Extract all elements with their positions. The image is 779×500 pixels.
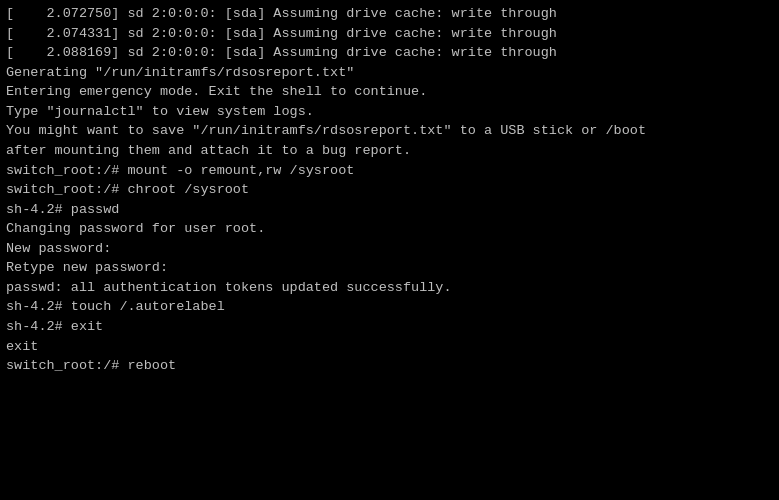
terminal-line: after mounting them and attach it to a b… xyxy=(6,141,773,161)
terminal-line: passwd: all authentication tokens update… xyxy=(6,278,773,298)
terminal-line: switch_root:/# mount -o remount,rw /sysr… xyxy=(6,161,773,181)
terminal-line: [ 2.074331] sd 2:0:0:0: [sda] Assuming d… xyxy=(6,24,773,44)
terminal-line: You might want to save "/run/initramfs/r… xyxy=(6,121,773,141)
terminal-line: sh-4.2# exit xyxy=(6,317,773,337)
terminal-line: [ 2.088169] sd 2:0:0:0: [sda] Assuming d… xyxy=(6,43,773,63)
terminal-line: New password: xyxy=(6,239,773,259)
terminal-line: Type "journalctl" to view system logs. xyxy=(6,102,773,122)
terminal-window: [ 2.072750] sd 2:0:0:0: [sda] Assuming d… xyxy=(0,0,779,500)
terminal-line: [ 2.072750] sd 2:0:0:0: [sda] Assuming d… xyxy=(6,4,773,24)
terminal-line: Entering emergency mode. Exit the shell … xyxy=(6,82,773,102)
terminal-line: sh-4.2# passwd xyxy=(6,200,773,220)
terminal-line: Retype new password: xyxy=(6,258,773,278)
terminal-line: sh-4.2# touch /.autorelabel xyxy=(6,297,773,317)
terminal-line: switch_root:/# chroot /sysroot xyxy=(6,180,773,200)
terminal-line: Generating "/run/initramfs/rdsosreport.t… xyxy=(6,63,773,83)
terminal-line: exit xyxy=(6,337,773,357)
terminal-line: Changing password for user root. xyxy=(6,219,773,239)
terminal-line: switch_root:/# reboot xyxy=(6,356,773,376)
